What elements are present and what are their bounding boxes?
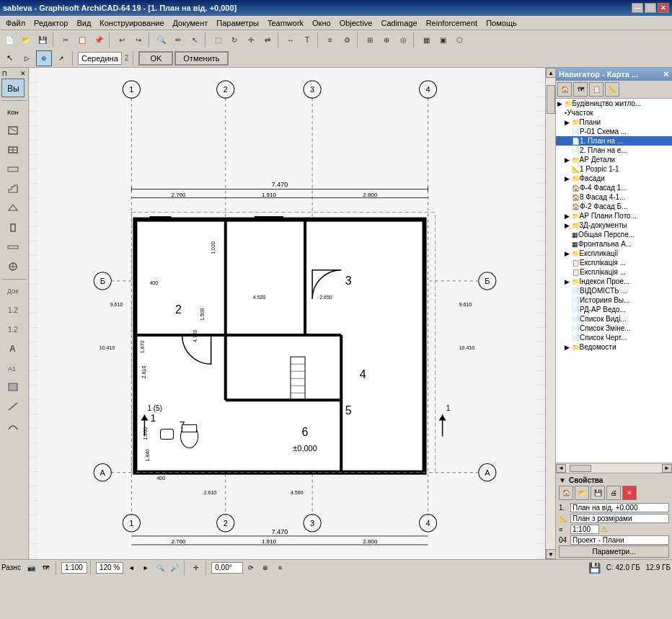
move-btn[interactable]: ✛ bbox=[243, 32, 259, 48]
tree-item[interactable]: 📄 1. План на ... bbox=[556, 136, 672, 146]
menu-cadimage[interactable]: Cadimage bbox=[376, 17, 421, 29]
window-tool[interactable] bbox=[1, 141, 25, 159]
line-tool[interactable] bbox=[1, 397, 25, 416]
maximize-button[interactable]: □ bbox=[645, 3, 656, 13]
zoom-next-btn[interactable]: ► bbox=[139, 561, 152, 574]
menu-objective[interactable]: Objective bbox=[335, 17, 377, 29]
bottom-btn1[interactable]: 📷 bbox=[25, 561, 38, 574]
open-btn[interactable]: 📂 bbox=[18, 32, 34, 48]
zoom-fit-btn[interactable]: 🔍 bbox=[154, 32, 169, 48]
stair-tool[interactable] bbox=[1, 179, 25, 198]
prop-btn3[interactable]: 💾 bbox=[591, 486, 605, 500]
select-tool[interactable]: Выбо bbox=[1, 79, 25, 97]
canvas-area[interactable]: 1 1 2 2 3 3 4 4 Б bbox=[29, 68, 545, 559]
doc-tool[interactable]: Доку bbox=[1, 280, 25, 299]
layer-btn[interactable]: ≡ bbox=[322, 32, 338, 48]
tree-item[interactable]: 🏠 8 Фасад 4-1... bbox=[556, 192, 672, 202]
tree-item[interactable]: ▶ 📁 Індекси Прое... bbox=[556, 277, 672, 286]
tree-item[interactable]: 📐 1 Розріс 1-1 bbox=[556, 164, 672, 174]
snap-prev-btn[interactable]: ↖ bbox=[1, 50, 17, 66]
hscroll-right[interactable]: ► bbox=[662, 464, 672, 473]
cursor-btn[interactable]: ↖ bbox=[187, 32, 203, 48]
layer-icon-btn[interactable]: ≡ bbox=[273, 561, 286, 574]
scale-display[interactable]: 1:100 bbox=[61, 562, 87, 574]
vertical-scrollbar[interactable]: ▲ ▼ bbox=[545, 68, 555, 559]
wall-tool[interactable]: Конс bbox=[1, 102, 25, 120]
tree-item[interactable]: ▶ 📁 АР Плани Пото... bbox=[556, 211, 672, 221]
tree-item[interactable]: 📄 Список Виді... bbox=[556, 314, 672, 324]
tree-item[interactable]: 📋 Екcплікація ... bbox=[556, 267, 672, 277]
label-tool[interactable]: A1 bbox=[1, 358, 25, 377]
setting-btn[interactable]: ⚙ bbox=[339, 32, 355, 48]
menu-file[interactable]: Файл bbox=[1, 17, 30, 29]
scroll-track[interactable] bbox=[546, 78, 555, 549]
nav-list-btn[interactable]: 📋 bbox=[589, 82, 604, 97]
menu-help[interactable]: Помощь bbox=[482, 17, 521, 29]
tree-item[interactable]: 📄 Список Черт... bbox=[556, 333, 672, 342]
snap2-btn[interactable]: ◎ bbox=[395, 32, 411, 48]
tree-area[interactable]: ▶ 📁 Будівництво житло...• Участок▶ 📁 Пла… bbox=[556, 99, 672, 463]
tree-item[interactable]: • Участок bbox=[556, 108, 672, 117]
publish-btn[interactable]: ⬡ bbox=[451, 32, 467, 48]
column-tool[interactable] bbox=[1, 218, 25, 237]
tree-item[interactable]: ▶ 📁 АР Детали bbox=[556, 155, 672, 164]
toolbox-close-icon[interactable]: ✕ bbox=[20, 70, 26, 77]
prop-btn4[interactable]: 🖨 bbox=[606, 486, 621, 500]
snap-arrow-btn[interactable]: ↗ bbox=[53, 50, 69, 66]
menu-document[interactable]: Документ bbox=[169, 17, 213, 29]
tree-item[interactable]: ▶ 📁 Експликації bbox=[556, 249, 672, 258]
grid-btn[interactable]: ⊞ bbox=[362, 32, 378, 48]
tree-item[interactable]: 📄 2. План на е... bbox=[556, 146, 672, 155]
properties-collapse-icon[interactable]: ▼ bbox=[559, 476, 566, 484]
3d-btn[interactable]: ▦ bbox=[418, 32, 434, 48]
bottom-btn2[interactable]: 🗺 bbox=[40, 561, 53, 574]
cancel-button[interactable]: Отменить bbox=[174, 51, 228, 66]
nav-project-btn[interactable]: 🏠 bbox=[557, 82, 572, 97]
tree-item[interactable]: ▶ 📁 Плани bbox=[556, 117, 672, 127]
nav-layout-btn[interactable]: 📐 bbox=[605, 82, 619, 97]
menu-params[interactable]: Параметры bbox=[212, 17, 263, 29]
prop-btn-close[interactable]: ✕ bbox=[622, 486, 637, 500]
tree-item[interactable]: 📄 РД-АР Ведо... bbox=[556, 305, 672, 314]
tree-item[interactable]: ▶ 📁 Фасади bbox=[556, 174, 672, 183]
close-button[interactable]: ✕ bbox=[658, 3, 669, 13]
tree-item[interactable]: 🏠 Ф-2 Фасад Б... bbox=[556, 202, 672, 211]
menu-window[interactable]: Окно bbox=[308, 17, 335, 29]
rotate-btn[interactable]: ↻ bbox=[226, 32, 242, 48]
tree-item[interactable]: 📄 ВІДОМІСТЬ ... bbox=[556, 286, 672, 295]
dim2-tool[interactable]: 1.2 bbox=[1, 319, 25, 338]
scroll-thumb[interactable] bbox=[547, 85, 555, 114]
tree-item[interactable]: ▶ 📁 Будівництво житло... bbox=[556, 99, 672, 108]
zoom-out-btn[interactable]: 🔎 bbox=[168, 561, 181, 574]
tree-hscrollbar[interactable]: ◄ ► bbox=[556, 463, 672, 473]
parameters-button[interactable]: Параметри... bbox=[559, 545, 669, 558]
object-tool[interactable] bbox=[1, 257, 25, 276]
ok-button[interactable]: OK bbox=[138, 51, 173, 66]
tree-item[interactable]: ▦ Общая Перспе... bbox=[556, 230, 672, 239]
fill-tool[interactable] bbox=[1, 378, 25, 396]
door-tool[interactable] bbox=[1, 121, 25, 140]
hscroll-thumb[interactable] bbox=[570, 465, 591, 472]
menu-view[interactable]: Вид bbox=[72, 17, 95, 29]
navigator-close-icon[interactable]: ✕ bbox=[663, 70, 669, 79]
prop-btn1[interactable]: 🏠 bbox=[559, 486, 573, 500]
select-btn[interactable]: ⬚ bbox=[210, 32, 226, 48]
tree-item[interactable]: 📄 Список Зміне... bbox=[556, 324, 672, 333]
dim-tool[interactable]: 1.2 bbox=[1, 300, 25, 319]
menu-reinforcement[interactable]: Reinforcement bbox=[422, 17, 482, 29]
slab-tool[interactable] bbox=[1, 160, 25, 179]
minimize-button[interactable]: — bbox=[632, 3, 643, 13]
toolbox-pin-icon[interactable]: П bbox=[2, 70, 6, 77]
snap-next-btn[interactable]: ▷ bbox=[19, 50, 35, 66]
pan-btn[interactable]: ✛ bbox=[190, 561, 203, 574]
dim-btn[interactable]: ↔ bbox=[283, 32, 299, 48]
mirror-btn[interactable]: ⇄ bbox=[260, 32, 275, 48]
tree-item[interactable]: ▦ Фронтальна А... bbox=[556, 239, 672, 249]
menu-editor[interactable]: Редактор bbox=[30, 17, 72, 29]
roof-tool[interactable] bbox=[1, 199, 25, 218]
beam-tool[interactable] bbox=[1, 238, 25, 257]
menu-teamwork[interactable]: Teamwork bbox=[263, 17, 308, 29]
copy-btn[interactable]: 📋 bbox=[74, 32, 90, 48]
nav-map-btn[interactable]: 🗺 bbox=[573, 82, 588, 97]
snap-active-btn[interactable]: ⊕ bbox=[36, 50, 52, 66]
